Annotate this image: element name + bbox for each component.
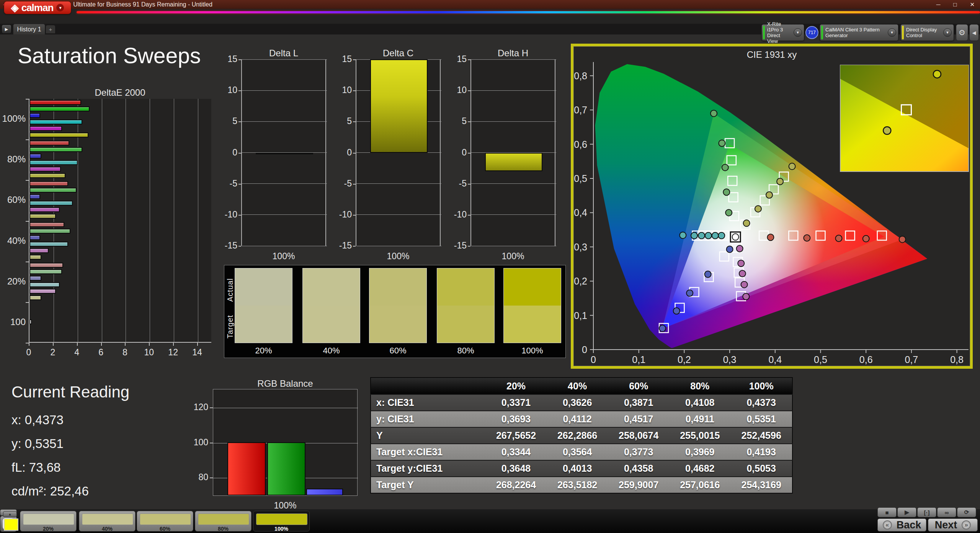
delta-y-tick — [468, 246, 470, 247]
table-row-label: Target Y — [371, 477, 485, 493]
svg-text:0,3: 0,3 — [574, 242, 587, 252]
table-row: x: CIE310,33710,36260,38710,41080,4373 — [371, 394, 792, 411]
delta-chart-title: Delta C — [356, 48, 441, 59]
deltae-bar-40%-2 — [29, 235, 40, 240]
deltae-x-tick — [29, 343, 29, 346]
back-button[interactable]: « Back — [877, 518, 926, 531]
meter-dropdown[interactable]: X-Rite i1Pro 3 Direct View ▼ — [761, 24, 804, 41]
tab-history-1[interactable]: History 1 — [13, 24, 45, 34]
deltae-x-tick-label: 10 — [137, 347, 160, 358]
delta-y-tick — [468, 59, 470, 60]
delta-y-tick-label: 15 — [332, 54, 352, 64]
pattern-swatch-20%[interactable]: 20% — [20, 511, 77, 531]
table-cell: 259,9007 — [608, 477, 669, 493]
table-cell: 0,3773 — [608, 444, 669, 460]
cie-measured-cyan — [679, 232, 686, 239]
svg-text:0,5: 0,5 — [574, 173, 587, 184]
delta-y-tick — [468, 90, 470, 91]
pattern-swatch-80%[interactable]: 80% — [195, 511, 252, 531]
delta-chart-delta-l — [241, 59, 326, 246]
delta-y-tick-label: -5 — [332, 178, 352, 189]
pattern-swatch-60%[interactable]: 60% — [137, 511, 193, 531]
rainbow-divider — [77, 11, 980, 13]
display-control-label: Direct Display Control — [904, 27, 943, 38]
chevron-down-icon: ▼ — [56, 4, 64, 11]
cie-measured-cyan — [712, 232, 719, 239]
table-cell: 0,3344 — [485, 444, 547, 460]
swatch-target — [437, 306, 494, 343]
delta-y-tick-label: -15 — [332, 240, 352, 251]
delta-chart-title: Delta H — [470, 48, 555, 59]
delta-y-tick — [238, 184, 241, 185]
deltae-y-tick — [26, 180, 29, 181]
cie-1931-panel[interactable]: CIE 1931 xy — [571, 44, 973, 369]
gear-icon[interactable]: ⚙ — [956, 24, 968, 41]
close-button[interactable]: ✕ — [970, 1, 975, 8]
delta-y-tick-label: -5 — [217, 178, 237, 189]
pattern-swatch-100%[interactable]: 100% — [253, 511, 310, 531]
delta-y-tick-label: 5 — [447, 116, 467, 126]
collapse-panel-icon[interactable]: ◀ — [969, 24, 979, 41]
delta-gridline — [242, 214, 327, 215]
step-icon[interactable]: [·] — [917, 507, 936, 517]
deltae-x-tick — [53, 343, 54, 346]
rgb-balance-title: RGB Balance — [213, 378, 358, 389]
delta-y-tick — [238, 90, 241, 91]
panel-expander-button[interactable]: ▶ — [2, 25, 11, 34]
table-cell: 267,5652 — [485, 427, 547, 444]
delta-y-tick — [468, 184, 470, 185]
loop-infinite-icon[interactable]: ∞ — [937, 507, 956, 517]
deltae-bar-80%-4 — [29, 167, 61, 172]
cie-measured-red — [804, 235, 810, 241]
stop-icon[interactable]: ■ — [877, 507, 897, 517]
swatch-actual — [437, 268, 494, 306]
minimize-button[interactable]: ─ — [936, 1, 941, 8]
cie-chart-title: CIE 1931 xy — [573, 49, 970, 60]
next-button[interactable]: Next » — [928, 518, 978, 531]
calman-menu-button[interactable]: ◈calman ▼ — [4, 1, 71, 14]
table-cell: 0,3871 — [608, 394, 669, 411]
deltae-x-tick-label: 2 — [41, 347, 64, 358]
cie-measured-blue — [686, 290, 693, 296]
rgb-y-tick — [210, 443, 213, 443]
table-cell: 0,4108 — [669, 394, 730, 411]
swatch-100% — [503, 268, 561, 343]
meter-count-badge[interactable]: 717 — [805, 26, 818, 39]
delta-y-tick-label: -10 — [217, 209, 237, 220]
display-control-dropdown[interactable]: Direct Display Control ▼ — [900, 24, 954, 41]
next-chevron-icon: » — [962, 520, 971, 530]
deltae-bar-80%-3 — [29, 160, 78, 165]
cie-measured-yellow — [766, 192, 773, 198]
swatch-target — [369, 306, 426, 343]
cie-measured-cyan — [691, 232, 697, 239]
rgb-y-tick — [210, 407, 213, 408]
refresh-icon[interactable]: ⟳ — [957, 507, 976, 517]
swatch-20% — [235, 268, 292, 343]
delta-bar — [256, 153, 313, 154]
table-cell: 0,5351 — [730, 411, 792, 427]
svg-text:0: 0 — [591, 354, 596, 365]
deltae-group-label: 100% — [1, 113, 26, 124]
pattern-bar-expand-button[interactable]: ▲ — [3, 511, 17, 517]
deltae-bar-20%-4 — [29, 289, 56, 294]
page-title: Saturation Sweeps — [18, 43, 201, 68]
maximize-button[interactable]: □ — [953, 1, 957, 8]
add-tab-button[interactable]: + — [46, 25, 55, 33]
window-titlebar: Calman 2025 Calman Ultimate for Business… — [0, 0, 980, 9]
deltae-y-tick — [26, 221, 29, 222]
calman-app: Calman 2025 Calman Ultimate for Business… — [0, 0, 980, 533]
deltae-x-tick-label: 14 — [186, 347, 209, 358]
delta-y-tick-label: 15 — [217, 54, 237, 64]
svg-text:0,8: 0,8 — [574, 70, 587, 81]
reading-1: y: 0,5351 — [11, 437, 64, 451]
pattern-source-dropdown[interactable]: CalMAN Client 3 Pattern Generator ▼ — [820, 24, 898, 41]
pattern-swatch-label: 20% — [20, 526, 76, 532]
deltae-x-tick-label: 8 — [113, 347, 136, 358]
current-reading-title: Current Reading — [11, 383, 129, 401]
pattern-swatch-40%[interactable]: 40% — [79, 511, 136, 531]
swatch-label: 80% — [437, 346, 495, 356]
deltae-y-tick — [26, 139, 29, 140]
table-row-label: y: CIE31 — [371, 411, 485, 427]
play-icon[interactable]: ▶ — [897, 507, 916, 517]
table-cell: 0,4193 — [730, 444, 792, 460]
